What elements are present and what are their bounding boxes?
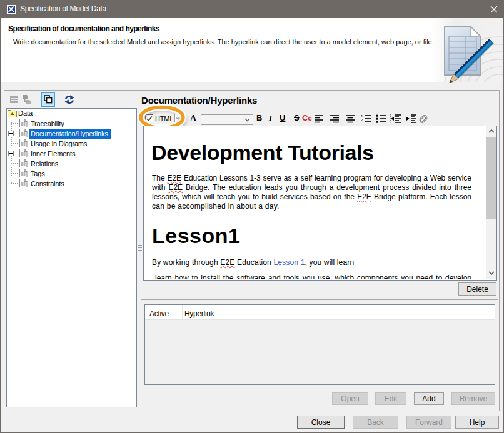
svg-text:2: 2 — [361, 118, 363, 122]
svg-text:cw: cw — [176, 116, 181, 119]
